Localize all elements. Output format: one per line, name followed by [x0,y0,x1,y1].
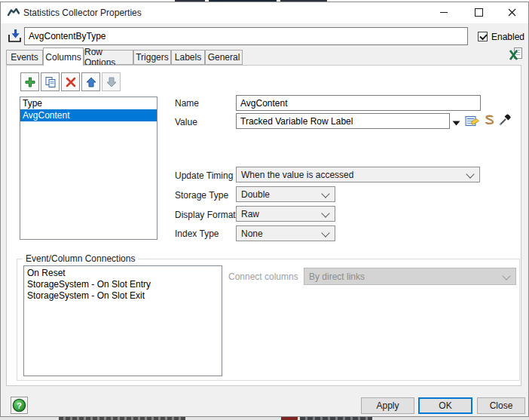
display-format-label: Display Format [175,210,236,220]
tab-label: Triggers [136,52,169,63]
connect-columns-label: Connect columns [228,271,298,282]
group-title: Event/Column Connections [23,253,138,264]
edit-properties-icon[interactable] [465,114,479,130]
column-name-input[interactable] [236,95,481,111]
tab-events[interactable]: Events [6,50,43,65]
list-item[interactable]: StorageSystem - On Slot Exit [24,290,222,302]
plus-icon [24,76,36,88]
check-icon [479,32,488,41]
apply-button[interactable]: Apply [361,397,414,414]
ok-button[interactable]: OK [418,397,472,414]
background-app-bottom [59,417,185,420]
tab-label: General [208,52,240,63]
storage-type-label: Storage Type [175,190,228,201]
eyedropper-icon[interactable] [498,113,512,129]
delete-x-icon [65,76,77,88]
tab-row-options[interactable]: Row Options [84,50,133,65]
update-timing-value: When the value is accessed [241,170,353,180]
help-icon: ? [12,398,26,412]
arrow-up-icon [85,76,97,88]
code-scroll-icon[interactable] [482,114,496,130]
help-button[interactable]: ? [11,397,28,414]
maximize-icon [475,8,483,17]
copy-column-button[interactable] [41,72,60,91]
chevron-down-icon [321,228,329,237]
drop-object-icon[interactable] [7,28,23,46]
connect-columns-value: By direct links [309,271,365,282]
storage-type-value: Double [241,189,270,200]
connect-columns-select: By direct links [304,268,516,285]
list-item-selected[interactable]: AvgContent [20,109,157,121]
background-app-bottom [300,417,372,420]
tab-label: Events [11,52,38,63]
collector-name-input[interactable] [24,27,468,45]
list-item[interactable]: Type [20,97,157,109]
list-item[interactable]: StorageSystem - On Slot Entry [24,279,222,290]
name-label: Name [175,98,199,109]
move-up-button[interactable] [81,72,100,91]
tab-columns[interactable]: Columns [43,48,84,66]
arrow-down-icon [105,76,118,88]
minimize-button[interactable] [427,2,461,23]
tab-triggers[interactable]: Triggers [133,50,171,65]
minimize-icon [440,12,448,13]
connections-listbox[interactable]: On Reset StorageSystem - On Slot Entry S… [23,265,222,376]
tab-labels[interactable]: Labels [171,50,205,65]
enabled-checkbox[interactable] [478,32,488,41]
add-column-button[interactable] [20,72,39,91]
move-down-button[interactable] [102,72,121,91]
chevron-down-icon [321,209,329,217]
maximize-button[interactable] [461,2,496,23]
tab-label: Columns [45,52,81,63]
delete-column-button[interactable] [61,72,80,91]
close-icon [508,8,516,17]
index-type-label: Index Type [175,228,219,239]
excel-export-icon[interactable] [509,47,523,63]
flexsim-app-icon [8,7,20,21]
index-type-value: None [241,228,263,239]
value-label: Value [175,117,197,127]
display-format-value: Raw [241,209,259,219]
background-app-bottom [281,417,298,420]
enabled-label: Enabled [491,32,524,42]
svg-text:?: ? [17,401,22,410]
close-dialog-button[interactable]: Close [477,397,525,414]
copy-icon [44,76,57,88]
index-type-select[interactable]: None [236,225,335,241]
chevron-down-icon [321,189,329,198]
chevron-down-icon [502,271,510,280]
value-dropdown-icon[interactable] [452,118,460,128]
chevron-down-icon [466,170,474,178]
column-value-input[interactable] [236,113,450,129]
storage-type-select[interactable]: Double [236,186,335,202]
close-button[interactable] [496,2,528,23]
display-format-select[interactable]: Raw [236,206,335,222]
list-item[interactable]: On Reset [24,266,222,279]
update-timing-select[interactable]: When the value is accessed [236,167,480,182]
tab-general[interactable]: General [205,50,243,65]
window-title: Statistics Collector Properties [23,8,142,18]
columns-listbox[interactable]: Type AvgContent [20,97,157,240]
tab-label: Labels [175,52,201,63]
update-timing-label: Update Timing [175,170,233,181]
